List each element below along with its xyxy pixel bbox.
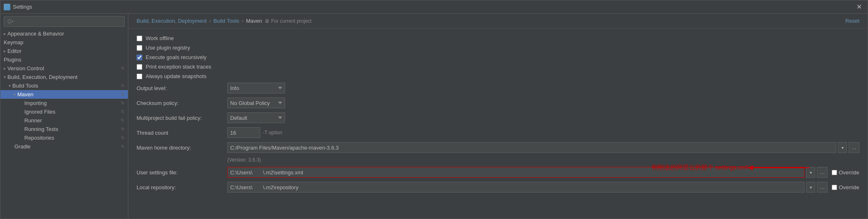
sidebar-item-keymap[interactable]: Keymap [0, 38, 128, 47]
sidebar-item-appearance---behavior[interactable]: ▸Appearance & Behavior [0, 29, 128, 38]
user-settings-dropdown[interactable]: ▾ [806, 167, 815, 178]
always_update-label: Always update snapshots [146, 73, 206, 79]
local-repo-input[interactable] [227, 182, 804, 193]
checkbox-row-print_exception: Print exception stack traces [137, 64, 859, 70]
work_offline-checkbox[interactable] [137, 36, 142, 41]
local-repo-override-checkbox[interactable] [832, 185, 837, 190]
sidebar-item-label: Appearance & Behavior [7, 31, 64, 37]
output-level-select[interactable]: Info Debug Warn Error [227, 83, 285, 93]
sidebar-item-repositories[interactable]: Repositories↻ [0, 133, 128, 142]
sidebar-item-label: Running Tests [24, 126, 58, 132]
checksum-policy-select[interactable]: No Global Policy Fail Warn Ignore [227, 98, 285, 108]
sync-icon: ↻ [121, 109, 125, 114]
sync-icon: ↻ [121, 100, 125, 106]
use_plugin_registry-label: Use plugin registry [146, 45, 190, 51]
user-settings-browse[interactable]: … [817, 167, 828, 178]
settings-content: Work offlineUse plugin registryExecute g… [128, 29, 868, 219]
multiproject-policy-row: Multiproject build fail policy: Default … [137, 112, 859, 123]
breadcrumb-project: 🖥 For current project [264, 18, 311, 24]
multiproject-policy-label: Multiproject build fail policy: [137, 115, 227, 121]
chevron-icon: ▸ [4, 49, 6, 53]
user-settings-override: Override [832, 169, 859, 176]
local-repo-row: Local repository: ▾ … Override [137, 182, 859, 193]
sidebar-item-version-control[interactable]: ▸Version Control↻ [0, 64, 128, 73]
sidebar-item-gradle[interactable]: Gradle↻ [0, 142, 128, 151]
local-repo-override: Override [832, 184, 859, 190]
checkbox-row-work_offline: Work offline [137, 35, 859, 41]
chevron-icon: ▸ [4, 31, 6, 36]
use_plugin_registry-checkbox[interactable] [137, 45, 142, 51]
breadcrumb-build[interactable]: Build, Execution, Deployment [137, 18, 207, 24]
sidebar: ▸Appearance & BehaviorKeymap▸EditorPlugi… [0, 14, 128, 219]
breadcrumb-build-tools[interactable]: Build Tools [213, 18, 239, 24]
sidebar-item-ignored-files[interactable]: Ignored Files↻ [0, 107, 128, 116]
main-content: ▸Appearance & BehaviorKeymap▸EditorPlugi… [0, 14, 868, 219]
sidebar-item-editor[interactable]: ▸Editor [0, 47, 128, 55]
user-settings-input[interactable] [227, 167, 804, 178]
sync-icon: ↻ [121, 144, 125, 149]
chevron-icon: ▾ [9, 83, 11, 88]
local-repo-browse[interactable]: … [817, 182, 828, 193]
local-repo-override-label: Override [839, 184, 859, 190]
sidebar-item-build--execution--deployment[interactable]: ▾Build, Execution, Deployment [0, 73, 128, 81]
print_exception-checkbox[interactable] [137, 64, 142, 70]
user-settings-label: User settings file: [137, 169, 227, 176]
checkbox-row-execute_goals: Execute goals recursively [137, 54, 859, 60]
user-settings-row: User settings file: ▾ … Override 刚刚改的阿里云… [137, 167, 859, 178]
main-panel: Build, Execution, Deployment › Build Too… [128, 14, 868, 219]
search-input[interactable] [4, 16, 125, 27]
settings-window: Settings ✕ ▸Appearance & BehaviorKeymap▸… [0, 0, 868, 219]
user-settings-override-label: Override [839, 169, 859, 176]
execute_goals-checkbox[interactable] [137, 55, 142, 60]
maven-home-input[interactable] [227, 142, 836, 153]
sidebar-item-running-tests[interactable]: Running Tests↻ [0, 125, 128, 133]
thread-count-row: Thread count -T option [137, 127, 859, 138]
sidebar-item-label: Runner [24, 117, 42, 124]
sidebar-item-label: Ignored Files [24, 109, 55, 115]
sync-icon: ↻ [121, 118, 125, 123]
sidebar-item-label: Plugins [4, 57, 21, 63]
maven-home-row: Maven home directory: ▾ … [137, 142, 859, 153]
multiproject-policy-select[interactable]: Default Never AtEnd Immediately [227, 112, 285, 123]
sync-icon: ↻ [121, 66, 125, 71]
chevron-icon: ▸ [4, 66, 6, 71]
print_exception-label: Print exception stack traces [146, 64, 211, 70]
always_update-checkbox[interactable] [137, 74, 142, 79]
sidebar-item-label: Repositories [24, 135, 54, 141]
app-icon [4, 4, 10, 10]
maven-version-text: (Version: 3.6.3) [227, 157, 859, 163]
maven-home-browse[interactable]: … [849, 142, 859, 153]
sidebar-item-label: Maven [17, 91, 33, 98]
maven-home-dropdown[interactable]: ▾ [838, 142, 847, 153]
checkbox-row-use_plugin_registry: Use plugin registry [137, 45, 859, 51]
sidebar-item-label: Keymap [4, 39, 24, 45]
local-repo-dropdown[interactable]: ▾ [806, 182, 815, 193]
sync-icon: ↻ [121, 92, 125, 97]
work_offline-label: Work offline [146, 35, 174, 41]
thread-count-label: Thread count [137, 130, 227, 136]
sidebar-item-label: Importing [24, 100, 47, 106]
execute_goals-label: Execute goals recursively [146, 54, 206, 60]
sidebar-item-build-tools[interactable]: ▾Build Tools↻ [0, 81, 128, 90]
output-level-row: Output level: Info Debug Warn Error [137, 83, 859, 93]
user-settings-override-checkbox[interactable] [832, 170, 837, 175]
sidebar-item-label: Build Tools [12, 83, 38, 89]
thread-count-input[interactable] [227, 127, 260, 138]
sync-icon: ↻ [121, 83, 125, 88]
sidebar-item-maven[interactable]: ▾Maven↻ [0, 90, 128, 99]
checkbox-row-always_update: Always update snapshots [137, 73, 859, 79]
maven-home-label: Maven home directory: [137, 145, 227, 151]
sidebar-item-plugins[interactable]: Plugins [0, 55, 128, 64]
sidebar-item-label: Gradle [14, 143, 31, 150]
sidebar-item-label: Build, Execution, Deployment [7, 74, 78, 80]
thread-count-hint: -T option [263, 130, 282, 136]
close-button[interactable]: ✕ [854, 2, 864, 12]
reset-button[interactable]: Reset [845, 18, 859, 24]
output-level-label: Output level: [137, 85, 227, 91]
sidebar-item-runner[interactable]: Runner↻ [0, 116, 128, 125]
checksum-policy-label: Checksum policy: [137, 100, 227, 106]
sidebar-item-importing[interactable]: Importing↻ [0, 99, 128, 107]
breadcrumb: Build, Execution, Deployment › Build Too… [128, 14, 868, 29]
sync-icon: ↻ [121, 135, 125, 140]
checksum-policy-row: Checksum policy: No Global Policy Fail W… [137, 98, 859, 108]
